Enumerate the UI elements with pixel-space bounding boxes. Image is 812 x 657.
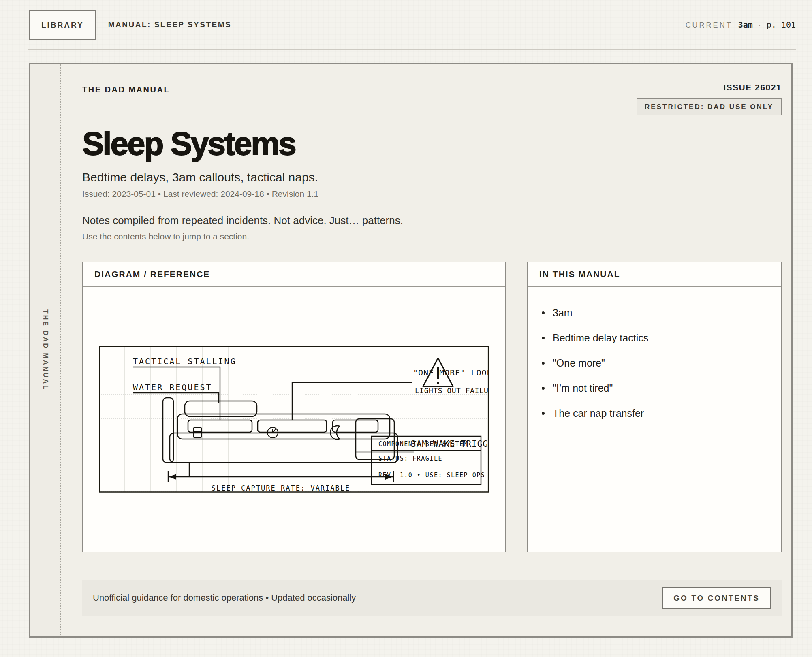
diagram-panel-body: TACTICAL STALLING WATER REQUEST "ONE MOR… (83, 287, 505, 552)
header-divider (28, 49, 796, 50)
card-spine: THE DAD MANUAL (30, 64, 61, 636)
separator-dot: · (759, 21, 761, 30)
contents-item-3am[interactable]: 3am (539, 307, 769, 319)
current-label: CURRENT (686, 21, 733, 30)
panel-row: DIAGRAM / REFERENCE (82, 262, 782, 552)
masthead-row: THE DAD MANUAL ISSUE 26021 RESTRICTED: D… (82, 83, 782, 115)
current-time-value: 3am (738, 20, 753, 30)
intro-note: Notes compiled from repeated incidents. … (82, 214, 782, 227)
page-title: Sleep Systems (82, 128, 782, 160)
footer-disclaimer: Unofficial guidance for domestic operati… (93, 593, 356, 603)
bullet-dot (542, 387, 545, 390)
label-wake-trigger: 3AM WAKE TRIGGER (411, 439, 489, 449)
label-sleep-capture-rate: SLEEP CAPTURE RATE: VARIABLE (212, 484, 350, 492)
current-status: CURRENT 3am · p. 101 (686, 20, 796, 30)
label-one-more-loop: "ONE MORE" LOOP (413, 368, 489, 378)
contents-item-label: "One more" (553, 357, 605, 369)
top-bar: LIBRARY MANUAL: SLEEP SYSTEMS CURRENT 3a… (0, 0, 812, 49)
title-block-rev: REV. 1.0 • USE: SLEEP OPS (378, 471, 485, 479)
bullet-dot (542, 311, 545, 314)
title-block-status: STATUS: FRAGILE (378, 455, 442, 462)
bullet-dot (542, 362, 545, 365)
diagram-panel-header: DIAGRAM / REFERENCE (83, 262, 505, 287)
contents-item-label: 3am (553, 307, 573, 319)
contents-panel: IN THIS MANUAL 3am Bedtime delay tactics… (527, 262, 782, 552)
contents-list: 3am Bedtime delay tactics "One more" "I’… (528, 287, 781, 433)
spine-vertical-label: THE DAD MANUAL (42, 309, 49, 391)
bullet-dot (542, 337, 545, 339)
issue-number: ISSUE 26021 (723, 83, 782, 92)
contents-panel-header: IN THIS MANUAL (528, 262, 781, 287)
restricted-badge: RESTRICTED: DAD USE ONLY (637, 98, 782, 115)
label-lights-out-failure: LIGHTS OUT FAILURE (415, 386, 489, 395)
intro-hint: Use the contents below to jump to a sect… (82, 232, 782, 241)
card-content: THE DAD MANUAL ISSUE 26021 RESTRICTED: D… (61, 64, 791, 636)
issue-column: ISSUE 26021 RESTRICTED: DAD USE ONLY (637, 83, 782, 115)
footer-strip: Unofficial guidance for domestic operati… (82, 580, 782, 616)
warning-exclamation-dot (437, 382, 439, 384)
contents-item-one-more[interactable]: "One more" (539, 357, 769, 369)
label-tactical-stalling: TACTICAL STALLING (133, 356, 237, 366)
contents-item-label: The car nap transfer (553, 407, 644, 419)
page-number: p. 101 (767, 20, 796, 30)
contents-item-car-nap[interactable]: The car nap transfer (539, 407, 769, 419)
manual-card: THE DAD MANUAL THE DAD MANUAL ISSUE 2602… (29, 63, 793, 638)
brand-label: THE DAD MANUAL (82, 83, 170, 94)
bullet-dot (542, 412, 545, 415)
page-subtitle: Bedtime delays, 3am callouts, tactical n… (82, 171, 782, 184)
bed-system-diagram: TACTICAL STALLING WATER REQUEST "ONE MOR… (99, 346, 489, 493)
contents-item-label: Bedtime delay tactics (553, 332, 648, 344)
manual-breadcrumb: MANUAL: SLEEP SYSTEMS (108, 20, 231, 29)
contents-item-label: "I’m not tired" (553, 382, 613, 394)
diagram-panel: DIAGRAM / REFERENCE (82, 262, 506, 552)
library-button[interactable]: LIBRARY (29, 10, 96, 40)
issue-meta: Issued: 2023-05-01 • Last reviewed: 2024… (82, 189, 782, 199)
contents-item-bedtime-delay[interactable]: Bedtime delay tactics (539, 332, 769, 344)
contents-item-not-tired[interactable]: "I’m not tired" (539, 382, 769, 394)
label-water-request: WATER REQUEST (133, 382, 212, 392)
go-to-contents-button[interactable]: GO TO CONTENTS (662, 587, 771, 609)
